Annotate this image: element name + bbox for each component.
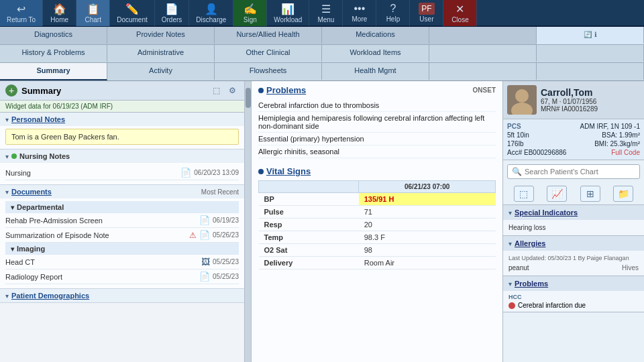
personal-notes-title[interactable]: Personal Notes xyxy=(11,115,65,123)
problems-section: Problems ONSET Cerebral infarction due t… xyxy=(252,81,502,162)
special-indicator-item-0: Hearing loss xyxy=(508,223,639,233)
home-button[interactable]: 🏠 Home xyxy=(43,0,76,26)
panel-content: ▾ Personal Notes Tom is a Green Bay Pack… xyxy=(0,113,244,362)
help-button[interactable]: ? Help xyxy=(376,0,410,26)
discharge-label: Discharge xyxy=(196,16,226,23)
menu-button[interactable]: ☰ Menu xyxy=(309,0,343,26)
patient-demographics-header[interactable]: ▾ Patient Demographics xyxy=(0,289,244,302)
quick-icon-grid[interactable]: ⊞ xyxy=(580,186,600,202)
settings-icon[interactable]: ⚙ xyxy=(225,84,239,97)
quick-icon-add[interactable]: ⬚ xyxy=(514,186,534,202)
more-button[interactable]: ••• More xyxy=(343,0,376,26)
nursing-notes-title: Nursing Notes xyxy=(19,152,70,160)
patient-bsa: BSA: 1.99m² xyxy=(602,131,640,139)
problem-item-3: Allergic rhinitis, seasonal xyxy=(258,145,496,158)
patient-demographics-title[interactable]: Patient Demographics xyxy=(11,292,89,300)
problem-item-2: Essential (primary) hypertension xyxy=(258,133,496,145)
main-layout: + Summary ⬚ ⚙ Widget data for 06/19/23 (… xyxy=(0,81,644,362)
quick-icon-chart[interactable]: 📈 xyxy=(547,186,567,202)
orders-button[interactable]: 📄 Orders xyxy=(155,0,190,26)
scrollbar-thumb[interactable] xyxy=(246,88,251,108)
detail-row-acc: Acc# EB000296886 Full Code xyxy=(507,148,640,157)
personal-notes-header[interactable]: ▾ Personal Notes xyxy=(0,113,244,126)
special-indicators-header[interactable]: ▾ Special Indicators xyxy=(503,205,644,220)
vitals-title[interactable]: Vital Signs xyxy=(266,166,311,176)
doc-summary-date: 05/26/23 xyxy=(213,231,239,239)
documents-title[interactable]: Documents xyxy=(11,188,52,196)
nav-workload[interactable]: Workload Items xyxy=(322,45,429,62)
nav-summary[interactable]: Summary xyxy=(0,63,107,80)
nursing-notes-header[interactable]: ▾ Nursing Notes xyxy=(0,149,244,163)
documents-header[interactable]: ▾ Documents Most Recent xyxy=(0,185,244,198)
departmental-header[interactable]: ▾ Departmental xyxy=(5,201,239,213)
workload-button[interactable]: 📊 Workload xyxy=(267,0,309,26)
nav-tabs: Diagnostics Provider Notes Nurse/Allied … xyxy=(0,27,644,81)
help-icon: ? xyxy=(390,3,396,15)
vitals-table: 06/21/23 07:00 BP135/91 HPulse71Resp20Te… xyxy=(258,180,496,269)
doc-head-ct-name: Head CT xyxy=(5,258,199,266)
documents-section: ▾ Documents Most Recent ▾ Departmental R… xyxy=(0,185,244,289)
menu-icon: ☰ xyxy=(321,3,331,15)
allergies-header[interactable]: ▾ Allergies xyxy=(503,236,644,251)
document-button[interactable]: ✏️ Document xyxy=(110,0,155,26)
patient-bmi: BMI: 25.3kg/m² xyxy=(594,140,640,147)
problems-title[interactable]: Problems xyxy=(266,85,306,95)
orders-icon: 📄 xyxy=(165,3,178,15)
doc-summary: Summarization of Episode Note ⚠ 📄 05/26/… xyxy=(5,228,239,243)
personal-note-content: Tom is a Green Bay Packers fan. xyxy=(5,129,239,145)
panel-title: Summary xyxy=(21,86,61,96)
personal-notes-section: ▾ Personal Notes Tom is a Green Bay Pack… xyxy=(0,113,244,149)
right-problems-header[interactable]: ▾ Problems xyxy=(503,276,644,291)
vitals-value-3: 98.3 F xyxy=(359,231,496,244)
right-problems-section: ▾ Problems HCC Cerebral infarction due xyxy=(503,276,644,312)
nav-empty1 xyxy=(429,27,537,44)
patient-weight: 176lb xyxy=(507,140,523,147)
search-input[interactable] xyxy=(525,168,635,176)
nav-medications[interactable]: Medications xyxy=(322,27,429,44)
vitals-label-4: O2 Sat xyxy=(259,244,359,257)
quick-icons: ⬚ 📈 ⊞ 📁 xyxy=(503,183,644,205)
detail-row-location: PCS ADM IRF, 1N 109 -1 xyxy=(507,122,640,131)
middle-panel: Problems ONSET Cerebral infarction due t… xyxy=(252,81,503,362)
expand-icon[interactable]: ⬚ xyxy=(209,84,223,97)
doc-rehab-date: 06/19/23 xyxy=(213,217,239,224)
search-box[interactable]: 🔍 xyxy=(507,164,640,179)
nav-provider-notes[interactable]: Provider Notes xyxy=(107,27,215,44)
quick-icon-folder[interactable]: 📁 xyxy=(613,186,633,202)
nav-other-clinical[interactable]: Other Clinical xyxy=(215,45,322,62)
panel-icons: ⬚ ⚙ xyxy=(209,84,239,97)
right-content: ▾ Special Indicators Hearing loss ▾ Alle… xyxy=(503,205,644,362)
add-widget-button[interactable]: + xyxy=(5,84,17,97)
nursing-entry: Nursing 📄 06/20/23 13:09 xyxy=(5,166,239,180)
nursing-entry-date: 06/20/23 13:09 xyxy=(194,169,239,176)
imaging-header[interactable]: ▾ Imaging xyxy=(5,243,239,255)
return-to-button[interactable]: ↩ Return To xyxy=(0,0,43,26)
nav-flowsheets[interactable]: Flowsheets xyxy=(215,63,322,80)
detail-row-physical: 5ft 10in BSA: 1.99m² xyxy=(507,131,640,139)
left-scrollbar[interactable] xyxy=(245,81,252,362)
widget-info: Widget data for 06/19/23 (ADM IRF) xyxy=(0,101,244,113)
user-button[interactable]: PF User xyxy=(410,0,443,26)
vitals-col-date: 06/21/23 07:00 xyxy=(359,181,496,193)
nav-history[interactable]: History & Problems xyxy=(0,45,107,62)
right-panel: Carroll,Tom 67, M · 01/07/1956 MRN# IA00… xyxy=(503,81,644,362)
nav-administrative[interactable]: Administrative xyxy=(107,45,215,62)
close-button[interactable]: ✕ Close xyxy=(443,0,477,26)
sign-button[interactable]: ✍️ Sign xyxy=(233,0,267,26)
special-indicators-body: Hearing loss xyxy=(503,220,644,235)
nav-activity[interactable]: Activity xyxy=(107,63,215,80)
full-code-badge[interactable]: Full Code xyxy=(611,149,640,156)
patient-mrn: MRN# IA00016289 xyxy=(541,105,598,113)
problems-list: Cerebral infarction due to thrombosis He… xyxy=(258,99,496,158)
chart-button[interactable]: 📋 Chart xyxy=(76,0,110,26)
nav-diagnostics[interactable]: Diagnostics xyxy=(0,27,107,44)
vitals-label-1: Pulse xyxy=(259,206,359,219)
nav-nurse[interactable]: Nurse/Allied Health xyxy=(215,27,322,44)
panel-header: + Summary ⬚ ⚙ xyxy=(0,81,244,101)
nav-health-mgmt[interactable]: Health Mgmt xyxy=(322,63,429,80)
search-icon: 🔍 xyxy=(512,167,522,176)
nursing-notes-body: Nursing 📄 06/20/23 13:09 xyxy=(0,163,244,184)
discharge-button[interactable]: 👤 Discharge xyxy=(189,0,233,26)
user-icon: PF xyxy=(419,3,434,15)
vitals-value-4: 98 xyxy=(359,244,496,257)
